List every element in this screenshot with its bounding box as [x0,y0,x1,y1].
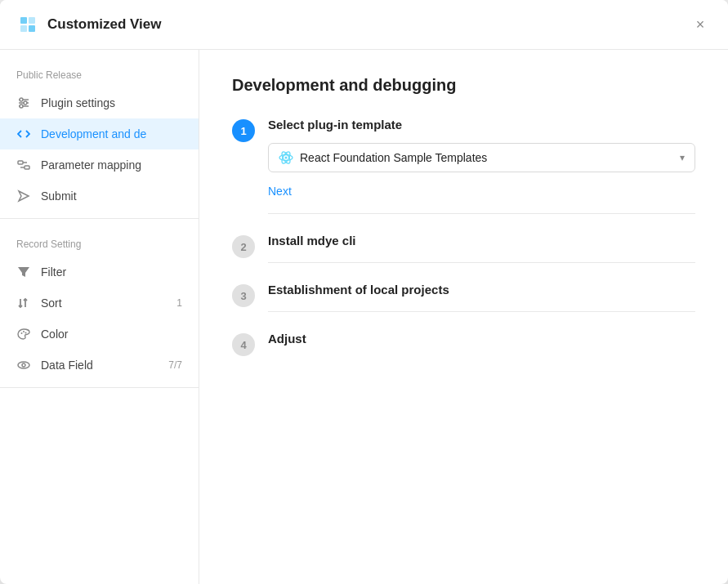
step-2-divider [268,262,695,263]
sidebar-item-color[interactable]: Color [0,319,199,350]
sidebar-item-development-label: Development and de [41,127,182,140]
sidebar-item-data-field-badge: 7/7 [168,359,182,371]
step-1-content: Select plug-in template [268,118,695,214]
sliders-icon [16,96,31,110]
step-1-divider [268,213,695,214]
svg-marker-15 [18,267,29,277]
modal: Customized View × Public Release [0,0,728,584]
sidebar-item-filter[interactable]: Filter [0,256,199,288]
main-title: Development and debugging [232,76,695,95]
template-select[interactable]: React Foundation Sample Templates ▾ [268,143,695,172]
step-2-number: 2 [232,235,255,258]
sidebar-item-submit-label: Submit [41,189,182,203]
modal-header: Customized View × [0,0,728,50]
sort-icon [16,296,31,310]
sidebar-item-data-field[interactable]: Data Field 7/7 [0,350,199,381]
svg-point-19 [23,331,25,332]
eye-icon [16,358,31,372]
modal-title: Customized View [47,16,689,33]
sidebar-item-sort-label: Sort [41,296,167,310]
view-icon [16,13,39,36]
modal-body: Public Release Plugin settings [0,50,728,584]
main-content: Development and debugging 1 Select plug-… [199,50,728,584]
step-2: 2 Install mdye cli [232,234,695,263]
step-2-content: Install mdye cli [268,234,695,263]
svg-point-9 [20,105,23,108]
svg-rect-2 [20,25,27,32]
sidebar: Public Release Plugin settings [0,50,199,584]
step-4: 4 Adjust [232,332,695,356]
sidebar-item-color-label: Color [41,328,182,341]
svg-point-18 [21,332,23,334]
sidebar-item-plugin-settings[interactable]: Plugin settings [0,87,199,118]
next-button[interactable]: Next [268,185,292,198]
chevron-down-icon: ▾ [680,152,685,163]
step-4-title: Adjust [268,332,695,345]
sidebar-divider-1 [0,218,199,219]
step-1-number: 1 [232,119,255,142]
svg-rect-10 [18,161,23,164]
svg-point-20 [25,332,27,334]
public-release-label: Public Release [0,56,199,87]
color-icon [16,327,31,341]
record-setting-label: Record Setting [0,225,199,256]
sidebar-item-filter-label: Filter [41,265,182,279]
sidebar-item-parameter-mapping[interactable]: Parameter mapping [0,149,199,181]
svg-rect-3 [29,25,35,32]
step-3: 3 Establishment of local projects [232,283,695,312]
param-icon [16,158,31,172]
step-3-title: Establishment of local projects [268,283,695,296]
sidebar-item-plugin-settings-label: Plugin settings [41,96,182,109]
sidebar-item-data-field-label: Data Field [41,359,159,372]
sidebar-item-submit[interactable]: Submit [0,181,199,212]
svg-rect-11 [25,166,29,169]
submit-icon [16,189,31,203]
filter-icon [16,265,31,279]
step-4-content: Adjust [268,332,695,345]
step-3-divider [268,311,695,312]
step-3-content: Establishment of local projects [268,283,695,312]
svg-rect-0 [20,17,27,24]
step-1-title: Select plug-in template [268,118,695,132]
svg-marker-14 [19,191,29,201]
step-2-title: Install mdye cli [268,234,695,247]
code-icon [16,127,31,141]
react-icon [279,150,293,165]
step-3-number: 3 [232,284,255,307]
svg-rect-1 [29,17,35,24]
svg-point-7 [20,98,23,101]
sidebar-item-sort-badge: 1 [176,297,182,309]
svg-point-26 [285,157,288,159]
template-select-inner: React Foundation Sample Templates [279,150,487,165]
sidebar-divider-2 [0,387,199,388]
step-1: 1 Select plug-in template [232,118,695,214]
sidebar-item-development[interactable]: Development and de [0,118,199,149]
sidebar-item-parameter-mapping-label: Parameter mapping [41,158,182,172]
svg-point-8 [24,101,27,105]
step-4-number: 4 [232,333,255,356]
svg-point-22 [22,363,25,367]
sidebar-item-sort[interactable]: Sort 1 [0,288,199,319]
template-select-value: React Foundation Sample Templates [300,151,487,164]
svg-point-21 [18,362,29,368]
close-button[interactable]: × [689,13,712,36]
